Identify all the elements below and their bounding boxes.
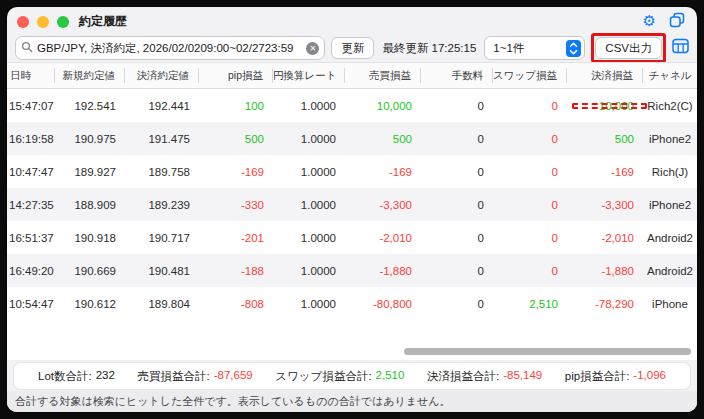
cell-settle: -1,880 xyxy=(567,265,643,277)
toolbar: ✕ 更新 最終更新 17:25:15 1~1件 CSV出力 xyxy=(7,34,697,62)
cell-fee: 0 xyxy=(421,133,493,145)
cell-fee: 0 xyxy=(421,166,493,178)
cell-swap: 0 xyxy=(493,166,567,178)
cell-settle: -2,010 xyxy=(567,232,643,244)
cell-swap: 0 xyxy=(493,133,567,145)
col-header-channel[interactable]: チャネル xyxy=(643,68,697,83)
table-header: 日時 新規約定値 決済約定値 pip損益 円換算レート 売買損益 手数料 スワッ… xyxy=(7,62,697,89)
zoom-window-button[interactable] xyxy=(57,16,69,28)
cell-time: 16:51:37 xyxy=(7,232,55,244)
total-value: 2,510 xyxy=(376,369,405,384)
footer-note: 合計する対象は検索にヒットした全件です。表示しているものの合計ではありません。 xyxy=(7,391,697,412)
cell-pl: -1,880 xyxy=(345,265,421,277)
col-header-open-price[interactable]: 新規約定値 xyxy=(55,68,125,83)
cell-swap: 0 xyxy=(493,232,567,244)
cell-close: 189.758 xyxy=(125,166,199,178)
cell-pl: -3,300 xyxy=(345,199,421,211)
cell-settle: -78,290 xyxy=(567,298,643,310)
cell-rate: 1.0000 xyxy=(273,199,345,211)
col-header-datetime[interactable]: 日時 xyxy=(7,68,55,83)
cell-open: 188.909 xyxy=(55,199,125,211)
col-header-swap-pl[interactable]: スワップ損益 xyxy=(493,68,567,83)
cell-close: 189.804 xyxy=(125,298,199,310)
cell-pl: -2,010 xyxy=(345,232,421,244)
cell-rate: 1.0000 xyxy=(273,100,345,112)
minimize-window-button[interactable] xyxy=(37,16,49,28)
cell-channel: iPhone2 xyxy=(643,133,697,145)
cell-fee: 0 xyxy=(421,199,493,211)
cell-pl: -169 xyxy=(345,166,421,178)
table-row[interactable]: 10:47:47 189.927 189.758 -169 1.0000 -16… xyxy=(7,155,697,188)
table-row[interactable]: 15:47:07 192.541 192.441 100 1.0000 10,0… xyxy=(7,89,697,122)
cell-channel: Rich2(C) xyxy=(643,100,697,112)
cell-time: 16:19:58 xyxy=(7,133,55,145)
csv-export-button[interactable]: CSV出力 xyxy=(595,37,662,59)
cell-open: 190.612 xyxy=(55,298,125,310)
cell-time: 10:54:47 xyxy=(7,298,55,310)
cell-rate: 1.0000 xyxy=(273,133,345,145)
cell-close: 191.475 xyxy=(125,133,199,145)
cell-settle: 10,000 xyxy=(567,100,643,112)
cell-channel: Rich(J) xyxy=(643,166,697,178)
total-value: -85,149 xyxy=(503,369,542,384)
cell-fee: 0 xyxy=(421,100,493,112)
search-input[interactable] xyxy=(37,42,302,54)
table-row[interactable]: 16:49:20 190.669 190.481 -188 1.0000 -1,… xyxy=(7,254,697,287)
cell-settle-value: 10,000 xyxy=(599,100,634,112)
total-lots: Lot数合計: 232 xyxy=(38,369,115,384)
cell-swap: 0 xyxy=(493,199,567,211)
footer: Lot数合計: 232 売買損益合計: -87,659 スワップ損益合計: 2,… xyxy=(7,360,697,412)
total-swap-pl: スワップ損益合計: 2,510 xyxy=(275,369,404,384)
last-update-label: 最終更新 17:25:15 xyxy=(380,41,478,56)
cell-rate: 1.0000 xyxy=(273,166,345,178)
cell-settle: 500 xyxy=(567,133,643,145)
cell-fee: 0 xyxy=(421,232,493,244)
cell-time: 14:27:35 xyxy=(7,199,55,211)
cell-channel: iPhone xyxy=(643,298,697,310)
cell-open: 190.669 xyxy=(55,265,125,277)
cell-open: 190.918 xyxy=(55,232,125,244)
cell-settle: -169 xyxy=(567,166,643,178)
settings-gear-icon[interactable]: ⚙ xyxy=(643,14,656,29)
trade-history-window: 約定履歴 ⚙ ✕ 更新 最終更新 17:25:15 xyxy=(7,7,697,412)
total-label: 決済損益合計: xyxy=(427,369,499,384)
col-header-yen-rate[interactable]: 円換算レート xyxy=(273,68,345,83)
cell-swap: 0 xyxy=(493,265,567,277)
col-header-trade-pl[interactable]: 売買損益 xyxy=(345,68,421,83)
total-value: 232 xyxy=(96,369,115,384)
stepper-icon xyxy=(566,40,581,57)
cell-rate: 1.0000 xyxy=(273,298,345,310)
col-header-close-price[interactable]: 決済約定値 xyxy=(125,68,199,83)
total-settlement-pl: 決済損益合計: -85,149 xyxy=(427,369,542,384)
totals-bar: Lot数合計: 232 売買損益合計: -87,659 スワップ損益合計: 2,… xyxy=(13,362,691,390)
range-select-value: 1~1件 xyxy=(493,41,524,56)
cell-time: 10:47:47 xyxy=(7,166,55,178)
traffic-lights xyxy=(17,16,69,28)
horizontal-scrollbar-thumb[interactable] xyxy=(404,348,691,355)
total-trade-pl: 売買損益合計: -87,659 xyxy=(137,369,252,384)
total-value: -1,096 xyxy=(633,369,666,384)
table-row[interactable]: 16:51:37 190.918 190.717 -201 1.0000 -2,… xyxy=(7,221,697,254)
range-select[interactable]: 1~1件 xyxy=(484,36,585,60)
cell-pip: -188 xyxy=(199,265,273,277)
clear-search-icon[interactable]: ✕ xyxy=(306,42,319,55)
close-window-button[interactable] xyxy=(17,16,29,28)
cell-close: 192.441 xyxy=(125,100,199,112)
cell-swap: 0 xyxy=(493,100,567,112)
cell-close: 190.717 xyxy=(125,232,199,244)
col-header-settlement-pl[interactable]: 決済損益 xyxy=(567,68,643,83)
table-row[interactable]: 10:54:47 190.612 189.804 -808 1.0000 -80… xyxy=(7,287,697,320)
table-row[interactable]: 16:19:58 190.975 191.475 500 1.0000 500 … xyxy=(7,122,697,155)
cell-open: 189.927 xyxy=(55,166,125,178)
table-layout-icon[interactable] xyxy=(672,38,689,58)
total-label: pip損益合計: xyxy=(565,369,630,384)
titlebar: 約定履歴 ⚙ xyxy=(7,7,697,34)
col-header-fee[interactable]: 手数料 xyxy=(421,68,493,83)
search-field[interactable]: ✕ xyxy=(15,36,325,60)
table-row[interactable]: 14:27:35 188.909 189.239 -330 1.0000 -3,… xyxy=(7,188,697,221)
cell-fee: 0 xyxy=(421,298,493,310)
col-header-pip-pl[interactable]: pip損益 xyxy=(199,68,273,83)
cell-fee: 0 xyxy=(421,265,493,277)
duplicate-window-icon[interactable] xyxy=(669,12,685,32)
refresh-button[interactable]: 更新 xyxy=(331,37,374,59)
